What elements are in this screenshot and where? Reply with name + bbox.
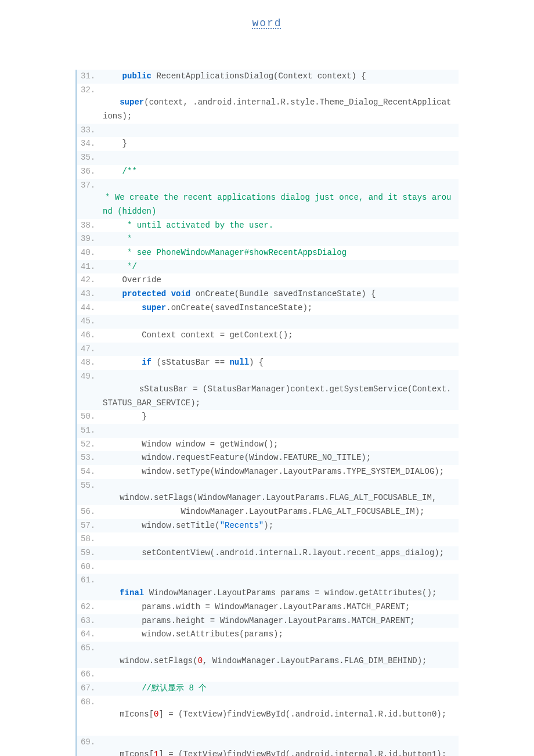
code-line: 48. if (sStatusBar == null) {: [77, 356, 459, 370]
code-text: [103, 424, 459, 437]
code-line-wrap: [77, 722, 459, 736]
code-line: 37. * We create the recent applications …: [77, 179, 459, 205]
code-line: 39. *: [77, 232, 459, 246]
code-text: [103, 668, 459, 681]
code-line: 34. }: [77, 137, 459, 151]
line-number: 31.: [81, 70, 103, 83]
code-text: params.height = WindowManager.LayoutPara…: [103, 615, 459, 628]
code-line: 66.: [77, 668, 459, 682]
code-text: window.setAttributes(params);: [103, 628, 459, 641]
code-block: 31. public RecentApplicationsDialog(Cont…: [75, 70, 459, 756]
code-line: 68. mIcons[0] = (TextView)findViewById(.…: [77, 696, 459, 722]
code-line-wrap: STATUS_BAR_SERVICE);: [77, 397, 459, 411]
code-text: //默认显示 8 个: [103, 682, 459, 695]
line-number: 69.: [81, 736, 103, 749]
code-line: 52. Window window = getWindow();: [77, 438, 459, 452]
code-text: if (sStatusBar == null) {: [103, 357, 459, 369]
page-header: word: [0, 17, 534, 29]
line-number: 64.: [81, 628, 103, 641]
code-line: 65. window.setFlags(0, WindowManager.Lay…: [77, 642, 459, 668]
code-line: 69. mIcons[1] = (TextView)findViewById(.…: [77, 736, 459, 756]
code-line: 38. * until activated by the user.: [77, 219, 459, 233]
line-number: 45.: [81, 315, 103, 328]
code-line: 36. /**: [77, 165, 459, 179]
line-number: 66.: [81, 668, 103, 681]
code-text: window.setTitle("Recents");: [103, 520, 459, 532]
line-number: 56.: [81, 506, 103, 519]
code-line: 59. setContentView(.android.internal.R.l…: [77, 546, 459, 560]
code-text: [103, 124, 459, 137]
code-text: window.setFlags(0, WindowManager.LayoutP…: [81, 655, 459, 668]
code-text: params.width = WindowManager.LayoutParam…: [103, 601, 459, 614]
line-number: 67.: [81, 682, 103, 695]
code-line: 46. Context context = getContext();: [77, 329, 459, 343]
code-line: 55. window.setFlags(WindowManager.Layout…: [77, 479, 459, 505]
line-number: 37.: [81, 179, 103, 192]
line-number: 65.: [81, 642, 103, 655]
code-text: STATUS_BAR_SERVICE);: [103, 397, 459, 410]
code-line: 41. */: [77, 260, 459, 274]
code-line: 60.: [77, 560, 459, 574]
code-text: [103, 315, 459, 328]
line-number: 61.: [81, 574, 103, 587]
code-text: public RecentApplicationsDialog(Context …: [103, 70, 459, 83]
line-number: 43.: [81, 288, 103, 301]
line-number: 53.: [81, 452, 103, 465]
code-line: 57. window.setTitle("Recents");: [77, 519, 459, 533]
line-number: 48.: [81, 357, 103, 369]
code-text: [103, 722, 459, 735]
code-text: Context context = getContext();: [103, 329, 459, 342]
line-number: 40.: [81, 247, 103, 260]
code-text: mIcons[0] = (TextView)findViewById(.andr…: [81, 708, 459, 721]
code-text: * We create the recent applications dial…: [81, 192, 459, 204]
code-text: ions);: [103, 110, 459, 123]
code-text: protected void onCreate(Bundle savedInst…: [103, 288, 459, 301]
code-line: 33.: [77, 124, 459, 138]
code-line: 56. WindowManager.LayoutParams.FLAG_ALT_…: [77, 505, 459, 519]
code-line: 53. window.requestFeature(Window.FEATURE…: [77, 451, 459, 465]
code-line-wrap: ions);: [77, 110, 459, 124]
code-line: 32. super(context, .android.internal.R.s…: [77, 84, 459, 110]
line-number: 60.: [81, 561, 103, 574]
line-number: 49.: [81, 370, 103, 383]
code-line: 64. window.setAttributes(params);: [77, 628, 459, 642]
code-line: 51.: [77, 424, 459, 438]
line-number: 32.: [81, 84, 103, 97]
code-text: final WindowManager.LayoutParams params …: [81, 587, 459, 600]
document-page: word 31. public RecentApplicationsDialog…: [0, 0, 534, 756]
line-number: 36.: [81, 165, 103, 178]
code-text: window.setType(WindowManager.LayoutParam…: [103, 466, 459, 478]
code-text: *: [103, 233, 459, 246]
line-number: 55.: [81, 480, 103, 492]
line-number: 42.: [81, 274, 103, 287]
code-text: }: [103, 138, 459, 150]
code-line: 67. //默认显示 8 个: [77, 682, 459, 696]
code-line: 49. sStatusBar = (StatusBarManager)conte…: [77, 370, 459, 396]
code-line: 63. params.height = WindowManager.Layout…: [77, 614, 459, 628]
code-text: Window window = getWindow();: [103, 438, 459, 451]
code-line: 44. super.onCreate(savedInstanceState);: [77, 301, 459, 315]
code-text: WindowManager.LayoutParams.FLAG_ALT_FOCU…: [103, 506, 459, 519]
line-number: 52.: [81, 438, 103, 451]
line-number: 57.: [81, 520, 103, 532]
line-number: 59.: [81, 547, 103, 560]
line-number: 39.: [81, 233, 103, 246]
code-line: 45.: [77, 315, 459, 329]
line-number: 34.: [81, 138, 103, 150]
code-text: nd (hidden): [103, 206, 459, 218]
code-text: window.requestFeature(Window.FEATURE_NO_…: [103, 452, 459, 465]
code-line-wrap: nd (hidden): [77, 205, 459, 219]
line-number: 58.: [81, 533, 103, 546]
code-text: window.setFlags(WindowManager.LayoutPara…: [81, 492, 459, 505]
code-text: * see PhoneWindowManager#showRecentAppsD…: [103, 247, 459, 260]
line-number: 62.: [81, 601, 103, 614]
code-text: [103, 152, 459, 164]
code-text: super.onCreate(savedInstanceState);: [103, 302, 459, 315]
line-number: 50.: [81, 411, 103, 423]
code-text: [103, 343, 459, 356]
line-number: 38.: [81, 219, 103, 232]
line-number: 47.: [81, 343, 103, 356]
code-line: 42. Override: [77, 273, 459, 287]
code-text: Override: [103, 274, 459, 287]
line-number: 68.: [81, 696, 103, 709]
